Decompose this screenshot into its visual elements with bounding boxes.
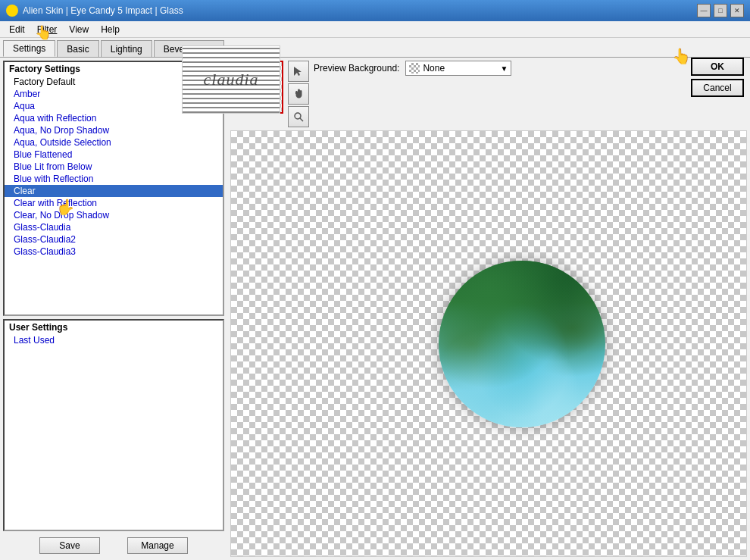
menu-view[interactable]: View bbox=[63, 23, 95, 36]
manage-button[interactable]: Manage bbox=[127, 537, 188, 554]
tab-basic[interactable]: Basic bbox=[57, 40, 98, 57]
tool-zoom-button[interactable] bbox=[288, 106, 309, 127]
list-item-blue-lit[interactable]: Blue Lit from Below bbox=[5, 161, 223, 173]
preview-canvas[interactable]: 👆 bbox=[230, 130, 747, 557]
preview-tools bbox=[288, 61, 309, 127]
cancel-button[interactable]: Cancel bbox=[691, 79, 744, 97]
main-area: Factory Settings Factory Default Amber A… bbox=[0, 58, 750, 560]
list-item-clear[interactable]: Clear bbox=[5, 185, 223, 197]
ok-button[interactable]: OK bbox=[691, 58, 744, 76]
tab-settings[interactable]: Settings bbox=[3, 40, 55, 57]
user-settings-header: User Settings bbox=[5, 321, 223, 334]
title-text: Alien Skin | Eye Candy 5 Impact | Glass bbox=[23, 5, 697, 16]
menu-filter[interactable]: Filter bbox=[31, 23, 64, 36]
bottom-buttons: Save Manage bbox=[3, 534, 224, 557]
reflection-preview: claudia bbox=[182, 45, 280, 114]
list-item-aqua-reflection[interactable]: Aqua with Reflection bbox=[5, 112, 223, 124]
list-item-clear-no-drop[interactable]: Clear, No Drop Shadow bbox=[5, 209, 223, 221]
svg-line-1 bbox=[300, 118, 303, 121]
maximize-button[interactable]: □ bbox=[714, 4, 727, 17]
tabbar: Settings Basic Lighting Bevel Profile bbox=[0, 38, 750, 58]
tool-hand-button[interactable] bbox=[288, 83, 309, 105]
list-item-aqua-no-drop[interactable]: Aqua, No Drop Shadow bbox=[5, 124, 223, 136]
list-item-aqua-outside[interactable]: Aqua, Outside Selection bbox=[5, 136, 223, 149]
close-button[interactable]: ✕ bbox=[730, 4, 744, 17]
menu-help[interactable]: Help bbox=[95, 23, 126, 36]
list-item-blue-flattened[interactable]: Blue Flattened bbox=[5, 149, 223, 161]
user-settings-container: User Settings Last Used bbox=[3, 319, 224, 531]
left-panel: Factory Settings Factory Default Amber A… bbox=[0, 58, 227, 560]
list-item-blue-reflection[interactable]: Blue with Reflection bbox=[5, 173, 223, 185]
menubar: Edit Filter View Help 👆 bbox=[0, 21, 750, 38]
preview-bg-row: Preview Background: None ▼ bbox=[314, 61, 747, 76]
tab-lighting[interactable]: Lighting bbox=[101, 40, 152, 57]
app-icon bbox=[6, 5, 18, 17]
window-controls: — □ ✕ bbox=[697, 4, 744, 17]
titlebar: Alien Skin | Eye Candy 5 Impact | Glass … bbox=[0, 0, 750, 21]
list-item-glass-claudia[interactable]: Glass-Claudia bbox=[5, 221, 223, 233]
preview-bg-label: Preview Background: bbox=[314, 63, 399, 74]
tool-arrow-button[interactable] bbox=[288, 61, 309, 82]
list-item-glass-claudia3[interactable]: Glass-Claudia3 bbox=[5, 246, 223, 258]
bg-swatch bbox=[409, 63, 420, 74]
save-button[interactable]: Save bbox=[39, 537, 100, 554]
list-item-glass-claudia2[interactable]: Glass-Claudia2 bbox=[5, 233, 223, 246]
list-item-last-used[interactable]: Last Used bbox=[5, 334, 223, 346]
preview-circle bbox=[439, 261, 605, 427]
minimize-button[interactable]: — bbox=[697, 4, 711, 17]
waterfall-image bbox=[439, 261, 605, 427]
top-preview-row: Preview Background: None ▼ OK Cancel 👆 bbox=[230, 61, 747, 127]
preview-bg-value: None bbox=[423, 63, 445, 74]
menu-edit[interactable]: Edit bbox=[3, 23, 31, 36]
reflection-text: claudia bbox=[204, 70, 259, 89]
right-panel: Preview Background: None ▼ OK Cancel 👆 c… bbox=[227, 58, 750, 560]
list-item-clear-reflection[interactable]: Clear with Reflection bbox=[5, 197, 223, 209]
select-arrow-icon: ▼ bbox=[500, 64, 508, 73]
action-buttons: OK Cancel 👆 bbox=[691, 58, 744, 97]
svg-point-0 bbox=[295, 113, 301, 119]
preview-bg-select[interactable]: None ▼ bbox=[405, 61, 511, 76]
